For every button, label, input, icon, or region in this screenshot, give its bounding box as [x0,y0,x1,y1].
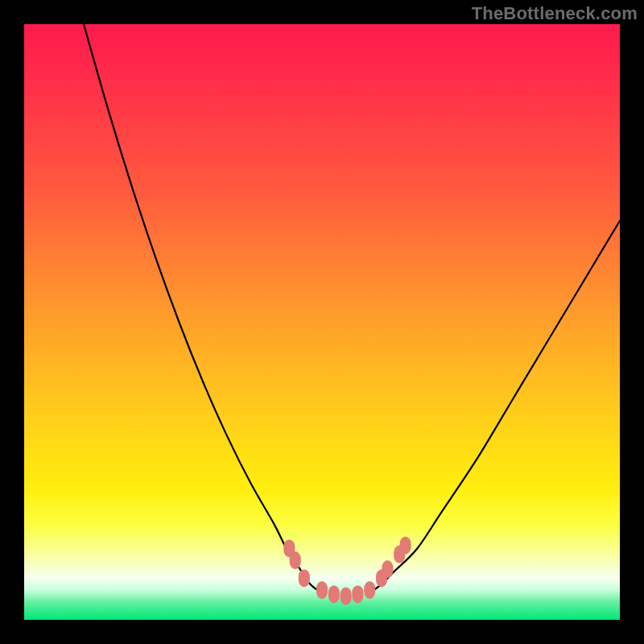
curve-marker [328,585,340,603]
plot-area [24,24,620,620]
curve-marker [316,581,328,599]
curve-marker [382,560,393,578]
curve-marker [290,551,301,569]
curve-marker [341,587,352,605]
curve-marker [299,569,310,587]
marker-group [283,537,411,605]
watermark-label: TheBottleneck.com [472,3,638,24]
curve-marker [400,537,411,555]
curve-marker [352,585,363,603]
bottleneck-curve-svg [24,24,620,620]
left-curve [84,24,322,593]
curve-marker [364,581,375,599]
